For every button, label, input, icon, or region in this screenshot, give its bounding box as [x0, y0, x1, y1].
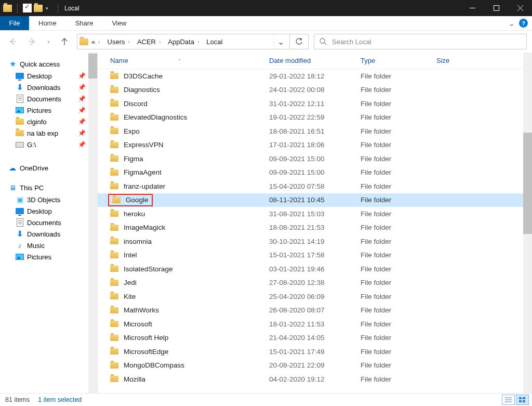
tab-home[interactable]: Home	[29, 16, 66, 30]
sidebar-item[interactable]: na lab exp📌	[0, 127, 97, 139]
breadcrumb-users[interactable]: Users›	[105, 38, 135, 46]
sidebar-item[interactable]: ♪Music	[0, 240, 97, 251]
file-type: File folder	[361, 168, 436, 176]
recent-dropdown[interactable]: ▾	[45, 34, 52, 49]
file-row[interactable]: Jedi27-08-2020 12:38File folder	[98, 276, 532, 290]
sidebar-scrollthumb[interactable]	[88, 54, 97, 78]
tab-share[interactable]: Share	[66, 16, 103, 30]
file-date: 08-11-2021 10:45	[269, 196, 361, 204]
file-row[interactable]: IsolatedStorage03-01-2021 19:46File fold…	[98, 262, 532, 276]
sidebar-scrollbar[interactable]	[88, 53, 97, 393]
file-row[interactable]: Google08-11-2021 10:45File folder	[98, 193, 532, 207]
file-row[interactable]: ImageMagick18-08-2021 21:53File folder	[98, 221, 532, 235]
sidebar-item-label: na lab exp	[27, 129, 58, 137]
folder-icon	[110, 73, 118, 79]
ribbon-collapse-icon[interactable]: ⌄	[509, 19, 515, 28]
folder-icon	[110, 142, 118, 148]
back-button[interactable]	[5, 34, 20, 49]
file-tab[interactable]: File	[0, 16, 29, 30]
file-row[interactable]: ExpressVPN17-01-2021 18:06File folder	[98, 138, 532, 152]
breadcrumb-overflow[interactable]: «›	[89, 38, 105, 46]
file-row[interactable]: Figma09-09-2021 15:00File folder	[98, 152, 532, 166]
sidebar-item[interactable]: clginfo📌	[0, 116, 97, 127]
file-row[interactable]: MongoDBCompass20-08-2021 22:09File folde…	[98, 359, 532, 373]
file-row[interactable]: Expo18-08-2021 16:51File folder	[98, 124, 532, 138]
sidebar-item[interactable]: ⬇Downloads📌	[0, 82, 97, 93]
file-name: franz-updater	[124, 182, 165, 190]
col-type[interactable]: Type	[361, 57, 436, 64]
close-button[interactable]	[508, 0, 532, 16]
sidebar-item[interactable]: ⬇Downloads	[0, 228, 97, 240]
music-icon: ♪	[16, 241, 24, 250]
file-row[interactable]: insomnia30-10-2021 14:19File folder	[98, 234, 532, 248]
file-type: File folder	[361, 155, 436, 163]
help-icon[interactable]: ?	[519, 19, 528, 28]
search-box[interactable]: Search Local	[314, 34, 527, 49]
file-row[interactable]: ElevatedDiagnostics19-01-2022 22:59File …	[98, 111, 532, 125]
this-pc-header[interactable]: 🖥 This PC	[0, 181, 97, 194]
drive-icon	[16, 140, 24, 149]
col-name[interactable]: Name˄	[110, 57, 269, 64]
refresh-button[interactable]	[290, 34, 309, 49]
pin-icon: 📌	[78, 107, 86, 114]
file-row[interactable]: franz-updater15-04-2020 07:58File folder	[98, 179, 532, 193]
new-folder-qat-icon[interactable]	[34, 5, 43, 12]
breadcrumb-appdata[interactable]: AppData›	[166, 38, 204, 46]
breadcrumb-local[interactable]: Local	[204, 38, 224, 46]
file-date: 03-01-2021 19:46	[269, 265, 361, 273]
tab-view[interactable]: View	[102, 16, 136, 30]
file-row[interactable]: heroku31-08-2021 15:03File folder	[98, 207, 532, 221]
folder-icon	[110, 280, 118, 286]
minimize-button[interactable]	[460, 0, 484, 16]
properties-qat-icon[interactable]	[23, 4, 32, 12]
file-date: 09-09-2021 15:00	[269, 168, 361, 176]
folder-icon	[110, 307, 118, 313]
file-name: IsolatedStorage	[124, 265, 173, 273]
list-scrollthumb[interactable]	[523, 133, 532, 234]
onedrive-header[interactable]: ☁ OneDrive	[0, 162, 97, 174]
folder-icon	[110, 114, 118, 121]
file-row[interactable]: Kite25-04-2020 06:09File folder	[98, 290, 532, 304]
quick-access-header[interactable]: ★ Quick access	[0, 58, 97, 70]
sidebar-item[interactable]: Pictures📌	[0, 104, 97, 116]
sidebar-item[interactable]: G:\📌	[0, 139, 97, 150]
sidebar-item[interactable]: Pictures	[0, 251, 97, 263]
address-dropdown-icon[interactable]: ⌄	[274, 34, 287, 49]
details-view-button[interactable]	[502, 395, 515, 405]
file-row[interactable]: Intel15-01-2021 17:58File folder	[98, 248, 532, 263]
file-row[interactable]: MicrosoftEdge15-01-2021 17:49File folder	[98, 345, 532, 359]
file-row[interactable]: Mozilla04-02-2020 19:12File folder	[98, 372, 532, 386]
file-name: ImageMagick	[124, 224, 165, 231]
file-name: Google	[126, 196, 149, 204]
file-row[interactable]: Discord31-01-2022 12:11File folder	[98, 97, 532, 111]
sidebar-item-label: Music	[27, 242, 45, 250]
file-row[interactable]: Microsoft Help21-04-2020 14:05File folde…	[98, 331, 532, 345]
file-row[interactable]: Microsoft18-01-2022 11:53File folder	[98, 317, 532, 331]
file-type: File folder	[361, 72, 436, 80]
qat-dropdown-icon[interactable]: ▾	[46, 6, 48, 11]
sidebar-item[interactable]: ▣3D Objects	[0, 194, 97, 205]
sidebar-item[interactable]: Desktop📌	[0, 70, 97, 82]
file-date: 18-08-2021 21:53	[269, 224, 361, 231]
col-date[interactable]: Date modified	[269, 57, 361, 64]
file-row[interactable]: FigmaAgent09-09-2021 15:00File folder	[98, 166, 532, 180]
maximize-button[interactable]	[484, 0, 508, 16]
thumbnails-view-button[interactable]	[516, 395, 529, 405]
onedrive-label: OneDrive	[20, 164, 48, 172]
forward-button[interactable]	[25, 34, 39, 49]
sidebar-item-label: Downloads	[27, 84, 60, 91]
file-row[interactable]: D3DSCache29-01-2022 18:12File folder	[98, 69, 532, 83]
title-bar: ▾ Local	[0, 0, 532, 16]
col-size[interactable]: Size	[436, 57, 488, 64]
sidebar-item[interactable]: Documents	[0, 217, 97, 228]
breadcrumb-acer[interactable]: ACER›	[135, 38, 166, 46]
sidebar-item[interactable]: Desktop	[0, 205, 97, 217]
file-list-pane: Name˄ Date modified Type Size D3DSCache2…	[98, 53, 532, 393]
file-name: MicrosoftEdge	[124, 348, 168, 356]
file-date: 15-01-2021 17:58	[269, 251, 361, 259]
file-row[interactable]: MathWorks26-08-2020 08:07File folder	[98, 304, 532, 318]
sidebar-item[interactable]: Documents📌	[0, 93, 97, 104]
address-bar[interactable]: «› Users› ACER› AppData› Local ⌄	[77, 34, 290, 49]
up-button[interactable]	[57, 34, 72, 49]
file-row[interactable]: Diagnostics24-01-2022 00:08File folder	[98, 83, 532, 97]
